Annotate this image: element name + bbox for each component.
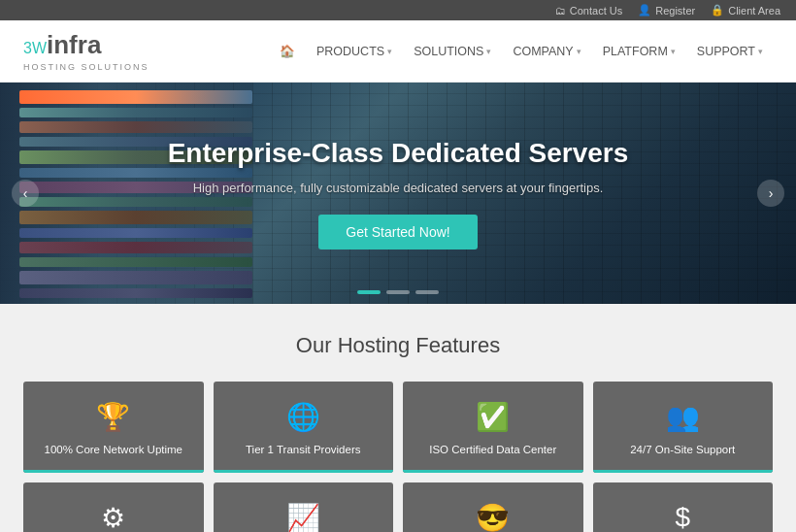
carousel-dot-1[interactable] bbox=[357, 290, 381, 294]
hero-banner: Enterprise-Class Dedicated Servers High … bbox=[0, 83, 796, 304]
nav-products[interactable]: PRODUCTS ▾ bbox=[307, 39, 402, 64]
cost-icon: $ bbox=[603, 502, 764, 532]
chevron-down-icon: ▾ bbox=[758, 47, 763, 56]
features-section-title: Our Hosting Features bbox=[23, 333, 773, 358]
nav-products-label: PRODUCTS bbox=[316, 45, 384, 58]
client-area-label: Client Area bbox=[728, 5, 780, 17]
features-section: Our Hosting Features 🏆 100% Core Network… bbox=[0, 304, 796, 532]
logo-infra: infra bbox=[47, 30, 101, 59]
get-started-button[interactable]: Get Started Now! bbox=[318, 215, 477, 249]
chevron-down-icon: ▾ bbox=[577, 47, 581, 56]
features-grid: 🏆 100% Core Network Uptime 🌐 Tier 1 Tran… bbox=[23, 382, 773, 532]
chevron-right-icon: › bbox=[769, 185, 774, 201]
transit-icon: 🌐 bbox=[223, 401, 384, 433]
nav-support[interactable]: SUPPORT ▾ bbox=[687, 39, 773, 64]
hero-subtitle: High performance, fully customizable ded… bbox=[168, 181, 629, 195]
scalability-icon: 📈 bbox=[223, 502, 384, 532]
nav-support-label: SUPPORT bbox=[697, 45, 755, 58]
uptime-icon: 🏆 bbox=[33, 401, 194, 433]
nav-home[interactable]: 🏠 bbox=[270, 38, 305, 64]
nav-solutions[interactable]: SOLUTIONS ▾ bbox=[404, 39, 501, 64]
carousel-prev-button[interactable]: ‹ bbox=[12, 180, 39, 207]
logo-subtitle: HOSTING SOLUTIONS bbox=[23, 62, 179, 72]
register-label: Register bbox=[655, 5, 695, 17]
feature-card-cost[interactable]: $ Cost-Efficiency bbox=[593, 482, 774, 532]
nav-platform[interactable]: PLATFORM ▾ bbox=[593, 39, 685, 64]
nav-platform-label: PLATFORM bbox=[603, 45, 668, 58]
feature-card-uptime[interactable]: 🏆 100% Core Network Uptime bbox=[23, 382, 204, 473]
carousel-dots bbox=[357, 290, 439, 294]
main-nav: 🏠 PRODUCTS ▾ SOLUTIONS ▾ COMPANY ▾ PLATF… bbox=[270, 38, 773, 64]
nav-solutions-label: SOLUTIONS bbox=[414, 45, 483, 58]
datacenter-icon: ✅ bbox=[413, 401, 574, 433]
nav-company[interactable]: COMPANY ▾ bbox=[503, 39, 590, 64]
logo-3w: 3W bbox=[23, 40, 47, 56]
lock-icon: 🔒 bbox=[711, 4, 724, 17]
feature-card-datacenter[interactable]: ✅ ISO Certified Data Center bbox=[403, 382, 583, 473]
contact-us-link[interactable]: 🗂 Contact Us bbox=[555, 5, 622, 17]
flag-icon: 🗂 bbox=[555, 5, 566, 17]
feature-card-transit[interactable]: 🌐 Tier 1 Transit Providers bbox=[214, 382, 394, 473]
feature-card-flexibility[interactable]: 😎 Flexibility bbox=[403, 482, 583, 532]
support-icon: 👥 bbox=[603, 401, 764, 433]
feature-card-scalability[interactable]: 📈 High Scalability bbox=[214, 482, 394, 532]
delivery-icon: ⚙ bbox=[33, 502, 194, 532]
carousel-dot-3[interactable] bbox=[415, 290, 439, 294]
uptime-label: 100% Core Network Uptime bbox=[33, 443, 194, 457]
feature-card-delivery[interactable]: ⚙ Fast Custom Delivery bbox=[23, 482, 204, 532]
support-label: 24/7 On-Site Support bbox=[603, 443, 764, 457]
logo[interactable]: 3Winfra HOSTING SOLUTIONS bbox=[23, 30, 179, 72]
carousel-dot-2[interactable] bbox=[386, 290, 410, 294]
home-icon: 🏠 bbox=[280, 44, 295, 58]
client-area-link[interactable]: 🔒 Client Area bbox=[711, 4, 780, 17]
main-header: 3Winfra HOSTING SOLUTIONS 🏠 PRODUCTS ▾ S… bbox=[0, 20, 796, 83]
datacenter-label: ISO Certified Data Center bbox=[413, 443, 574, 457]
chevron-down-icon: ▾ bbox=[486, 47, 491, 56]
flexibility-icon: 😎 bbox=[413, 502, 574, 532]
hero-content: Enterprise-Class Dedicated Servers High … bbox=[168, 138, 629, 249]
chevron-down-icon: ▾ bbox=[671, 47, 676, 56]
register-link[interactable]: 👤 Register bbox=[638, 4, 695, 17]
person-icon: 👤 bbox=[638, 4, 651, 17]
nav-company-label: COMPANY bbox=[513, 45, 573, 58]
chevron-left-icon: ‹ bbox=[23, 185, 28, 201]
logo-text: 3Winfra bbox=[23, 30, 179, 60]
carousel-next-button[interactable]: › bbox=[757, 180, 784, 207]
contact-us-label: Contact Us bbox=[570, 5, 622, 17]
top-bar: 🗂 Contact Us 👤 Register 🔒 Client Area bbox=[0, 0, 796, 20]
transit-label: Tier 1 Transit Providers bbox=[223, 443, 384, 457]
hero-title: Enterprise-Class Dedicated Servers bbox=[168, 138, 629, 169]
chevron-down-icon: ▾ bbox=[387, 47, 392, 56]
feature-card-support[interactable]: 👥 24/7 On-Site Support bbox=[593, 382, 774, 473]
